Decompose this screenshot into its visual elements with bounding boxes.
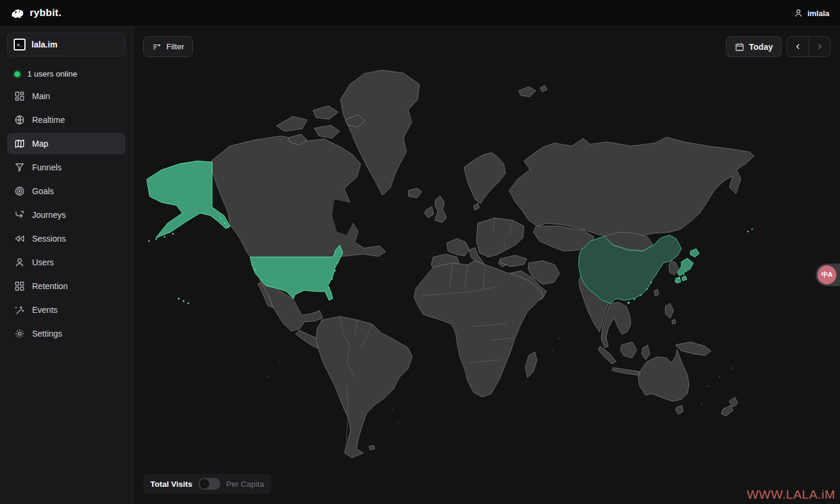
split-icon <box>14 210 25 220</box>
globe-icon <box>14 115 25 125</box>
site-selector[interactable]: >_ lala.im <box>7 33 125 56</box>
country-borneo[interactable] <box>620 342 637 358</box>
total-visits-label[interactable]: Total Visits <box>150 480 192 489</box>
sidebar-item-label: Main <box>32 91 50 101</box>
country-canada-islands[interactable] <box>276 116 307 131</box>
country-new-guinea[interactable] <box>675 342 711 356</box>
per-capita-label[interactable]: Per Capita <box>226 480 264 489</box>
country-sumatra[interactable] <box>598 346 616 364</box>
username: imlala <box>807 9 829 18</box>
chevron-right-icon <box>815 42 824 51</box>
map-icon <box>14 138 25 149</box>
sidebar: >_ lala.im 1 users online Main Realtime … <box>0 27 133 504</box>
country-madagascar[interactable] <box>525 352 537 378</box>
world-map[interactable] <box>143 53 755 469</box>
sidebar-item-users[interactable]: Users <box>7 252 125 273</box>
sidebar-item-label: Settings <box>32 329 62 338</box>
sidebar-item-goals[interactable]: Goals <box>7 180 125 202</box>
topbar: rybbit. imlala <box>0 0 840 27</box>
sidebar-item-retention[interactable]: Retention <box>7 275 125 297</box>
region-scandinavia[interactable] <box>464 153 506 204</box>
country-denmark[interactable] <box>473 203 479 210</box>
frog-logo-icon <box>11 7 25 19</box>
next-period-button[interactable] <box>809 37 830 56</box>
country-ireland[interactable] <box>424 207 434 218</box>
watermark: WWW.LALA.iM <box>747 487 835 502</box>
region-south-america[interactable] <box>316 316 412 458</box>
prev-period-button[interactable] <box>787 37 809 56</box>
sidebar-item-label: Users <box>32 258 54 267</box>
country-tasmania[interactable] <box>675 405 683 414</box>
sidebar-item-label: Funnels <box>32 163 62 172</box>
sidebar-item-label: Journeys <box>32 210 66 220</box>
country-java[interactable] <box>612 367 640 375</box>
country-taiwan[interactable] <box>654 289 659 296</box>
sidebar-nav: Main Realtime Map Funnels Goals <box>7 85 125 344</box>
online-status: 1 users online <box>7 64 125 84</box>
sidebar-item-label: Sessions <box>32 234 66 243</box>
world-map-svg <box>143 53 755 469</box>
main-content: Filter Today <box>134 27 840 504</box>
sidebar-item-label: Goals <box>32 186 54 196</box>
japan-coastal-speckles <box>675 229 753 283</box>
country-falklands[interactable] <box>369 445 375 450</box>
region-eastern-europe[interactable] <box>476 218 524 257</box>
site-favicon-icon: >_ <box>14 39 26 50</box>
brand-name: rybbit. <box>30 7 61 19</box>
sidebar-item-label: Map <box>32 139 48 148</box>
country-iceland[interactable] <box>408 188 422 198</box>
dashboard-icon <box>14 91 25 102</box>
calendar-icon <box>735 42 744 52</box>
filter-icon <box>152 42 162 52</box>
site-name: lala.im <box>31 40 58 49</box>
sidebar-item-label: Events <box>32 305 58 315</box>
country-france[interactable] <box>447 239 469 256</box>
toggle-knob <box>200 479 209 489</box>
online-text: 1 users online <box>27 69 77 78</box>
sidebar-item-map[interactable]: Map <box>7 133 125 154</box>
country-united-kingdom[interactable] <box>435 196 447 223</box>
country-new-zealand[interactable] <box>721 397 738 416</box>
country-russia[interactable] <box>509 137 754 238</box>
toolbar: Filter Today <box>143 36 830 57</box>
gear-icon <box>14 328 25 339</box>
rewind-icon <box>14 233 25 244</box>
sidebar-item-realtime[interactable]: Realtime <box>7 109 125 131</box>
country-canada-islands[interactable] <box>313 106 338 119</box>
translate-icon: 中A <box>817 265 836 284</box>
chevron-left-icon <box>794 42 803 51</box>
filter-button[interactable]: Filter <box>143 36 193 57</box>
user-icon <box>14 257 25 268</box>
country-philippines[interactable] <box>665 303 676 324</box>
brand[interactable]: rybbit. <box>11 7 61 19</box>
translate-fab[interactable]: 中A <box>816 264 840 286</box>
target-icon <box>14 186 25 196</box>
sidebar-item-main[interactable]: Main <box>7 85 125 107</box>
metric-toggle-switch[interactable] <box>198 478 220 490</box>
sidebar-item-label: Retention <box>32 281 68 291</box>
user-menu[interactable]: imlala <box>794 8 829 18</box>
sidebar-item-funnels[interactable]: Funnels <box>7 157 125 178</box>
user-icon <box>794 8 803 18</box>
country-sulawesi[interactable] <box>642 345 650 360</box>
country-canada-islands[interactable] <box>314 125 340 138</box>
metric-toggle: Total Visits Per Capita <box>143 474 271 494</box>
country-korea[interactable] <box>669 261 678 275</box>
date-pager <box>787 36 830 57</box>
sidebar-item-settings[interactable]: Settings <box>7 323 125 344</box>
date-range-button[interactable]: Today <box>726 36 782 57</box>
funnel-icon <box>14 162 25 173</box>
sidebar-item-journeys[interactable]: Journeys <box>7 204 125 226</box>
date-range-label: Today <box>749 42 773 52</box>
sidebar-item-label: Realtime <box>32 115 65 125</box>
region-africa[interactable] <box>414 261 543 397</box>
online-dot-icon <box>14 71 20 77</box>
sparkle-icon <box>14 305 25 315</box>
grid-icon <box>14 281 25 291</box>
sidebar-item-sessions[interactable]: Sessions <box>7 228 125 249</box>
sidebar-item-events[interactable]: Events <box>7 299 125 321</box>
country-svalbard[interactable] <box>519 85 547 97</box>
filter-label: Filter <box>166 42 184 51</box>
country-canada[interactable] <box>212 136 386 257</box>
